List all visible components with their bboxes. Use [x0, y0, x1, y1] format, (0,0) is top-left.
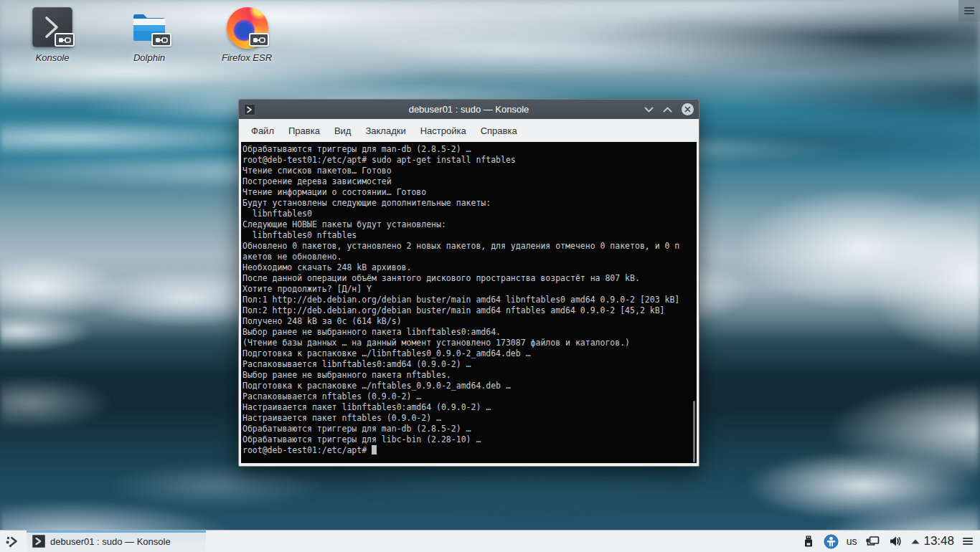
network-wired-icon: [864, 534, 880, 548]
terminal-line: Следующие НОВЫЕ пакеты будут установлены…: [242, 219, 695, 230]
icon-label: Dolphin: [133, 52, 165, 63]
network-button[interactable]: [864, 534, 880, 548]
konsole-window: debuser01 : sudo — Konsole ФайлПравкаВид…: [238, 99, 699, 467]
volume-button[interactable]: [888, 534, 903, 548]
task-label: debuser01 : sudo — Konsole: [50, 536, 171, 547]
desktop-icon-konsole[interactable]: Konsole: [22, 7, 83, 63]
konsole-icon: [244, 104, 255, 115]
terminal-line: Распаковывается libnftables0:amd64 (0.9.…: [242, 359, 695, 370]
terminal-line: Необходимо скачать 248 kB архивов.: [242, 262, 695, 273]
terminal-line: Обрабатываются триггеры для libc-bin (2.…: [242, 434, 695, 445]
terminal-line: Выбор ранее не выбранного пакета libnfta…: [242, 327, 695, 338]
terminal-line: root@deb-test01:/etc/apt#: [242, 445, 695, 456]
desktop-icon-dolphin[interactable]: Dolphin: [118, 7, 180, 63]
konsole-icon: [32, 7, 72, 47]
terminal-line: акетов не обновлено.: [242, 252, 695, 262]
terminal-line: Подготовка к распаковке …/libnftables0_0…: [242, 348, 695, 359]
terminal-line: Подготовка к распаковке …/nftables_0.9.0…: [242, 381, 695, 391]
user-icon: [824, 534, 839, 549]
tray-expander-button[interactable]: [910, 538, 920, 545]
link-emblem-icon: [249, 33, 269, 47]
terminal-line: Обновлено 0 пакетов, установлено 2 новых…: [242, 241, 695, 252]
terminal[interactable]: Обрабатываются триггеры для man-db (2.8.…: [241, 142, 697, 463]
terminal-line: Хотите продолжить? [Д/н] Y: [242, 284, 695, 295]
dolphin-folder-icon: [129, 7, 169, 47]
minimize-button[interactable]: [644, 107, 654, 113]
terminal-line: Выбор ранее не выбранного пакета nftable…: [242, 370, 695, 381]
window-title: debuser01 : sudo — Konsole: [409, 104, 529, 115]
terminal-line: Настраивается пакет nftables (0.9.0-2) …: [242, 413, 695, 424]
active-task-indicator: [27, 530, 206, 533]
desktop: Konsole Dolphin Firefox ESR: [0, 0, 980, 552]
menu-item-2[interactable]: Вид: [327, 119, 359, 142]
system-tray: us: [801, 534, 921, 549]
menu-item-4[interactable]: Настройка: [413, 119, 473, 142]
task-button-konsole[interactable]: debuser01 : sudo — Konsole: [27, 530, 206, 552]
terminal-line: Чтение списков пакетов… Готово: [242, 166, 695, 176]
terminal-line: Будут установлены следующие дополнительн…: [242, 198, 695, 209]
panel-toolbox-button[interactable]: [958, 530, 977, 552]
terminal-line: Получено 248 kB за 0с (614 kB/s): [242, 316, 695, 327]
taskbar-panel: debuser01 : sudo — Konsole: [0, 530, 980, 552]
app-launcher-icon: [5, 534, 19, 548]
speaker-icon: [888, 534, 903, 548]
menu-item-5[interactable]: Справка: [473, 119, 524, 142]
link-emblem-icon: [55, 33, 75, 47]
close-button[interactable]: [682, 103, 694, 115]
menu-item-1[interactable]: Правка: [281, 119, 327, 142]
menu-item-3[interactable]: Закладки: [358, 119, 413, 142]
desktop-icon-firefox[interactable]: Firefox ESR: [216, 7, 278, 63]
desktop-toolbox-button[interactable]: [958, 0, 980, 22]
icon-label: Konsole: [36, 52, 70, 63]
keyboard-layout-indicator[interactable]: us: [847, 536, 857, 547]
terminal-line: (Чтение базы данных … на данный момент у…: [242, 338, 695, 348]
firefox-icon: [227, 7, 267, 47]
terminal-line: Построение дерева зависимостей: [242, 176, 695, 187]
terminal-line: libnftables0 nftables: [242, 230, 695, 241]
terminal-line: libnftables0: [242, 209, 695, 219]
terminal-cursor: [372, 445, 377, 455]
device-notifier-button[interactable]: [801, 534, 816, 548]
window-titlebar[interactable]: debuser01 : sudo — Konsole: [239, 100, 699, 119]
maximize-button[interactable]: [663, 107, 672, 113]
konsole-icon: [32, 535, 45, 548]
terminal-line: Распаковывается nftables (0.9.0-2) …: [242, 391, 695, 402]
terminal-line: Настраивается пакет libnftables0:amd64 (…: [242, 402, 695, 413]
terminal-output: Обрабатываются триггеры для man-db (2.8.…: [242, 144, 695, 456]
menu-item-0[interactable]: Файл: [244, 119, 281, 142]
caret-up-icon: [910, 538, 920, 545]
terminal-line: Пол:1 http://deb.debian.org/debian buste…: [242, 295, 695, 305]
digital-clock[interactable]: 13:48: [923, 534, 954, 548]
usb-icon: [801, 534, 816, 548]
terminal-line: Обрабатываются триггеры для man-db (2.8.…: [242, 424, 695, 434]
terminal-line: root@deb-test01:/etc/apt# sudo apt-get i…: [242, 155, 695, 166]
terminal-line: Обрабатываются триггеры для man-db (2.8.…: [242, 144, 695, 155]
hamburger-icon: [964, 7, 974, 14]
terminal-line: Чтение информации о состоянии… Готово: [242, 187, 695, 198]
terminal-line: Пол:2 http://deb.debian.org/debian buste…: [242, 305, 695, 316]
user-accessibility-button[interactable]: [824, 534, 839, 549]
terminal-line: После данной операции объём занятого дис…: [242, 273, 695, 284]
terminal-scrollbar[interactable]: [693, 401, 695, 462]
hamburger-icon: [963, 538, 973, 545]
link-emblem-icon: [151, 33, 171, 47]
icon-label: Firefox ESR: [222, 52, 272, 63]
menubar: ФайлПравкаВидЗакладкиНастройкаСправка: [239, 119, 699, 142]
application-launcher-button[interactable]: [0, 530, 24, 552]
